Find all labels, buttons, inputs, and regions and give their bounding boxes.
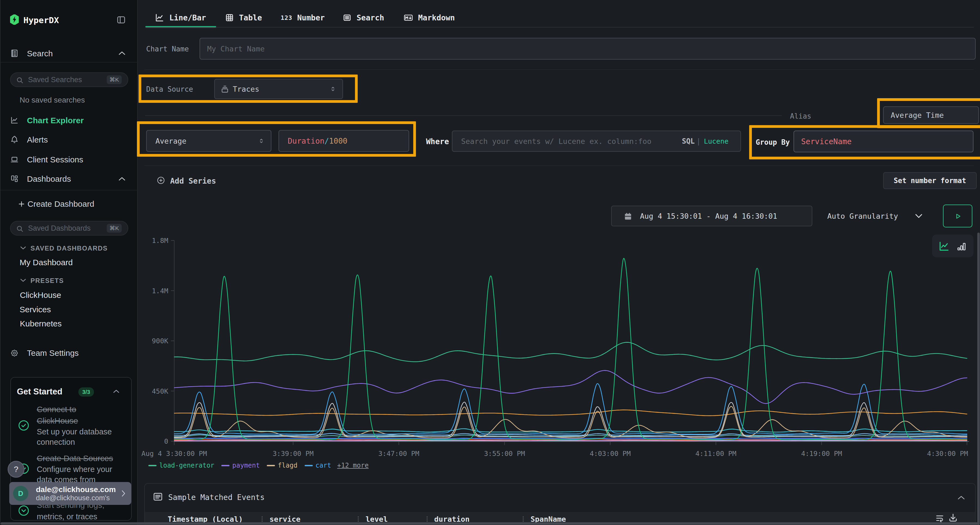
alias-label: Alias [790, 112, 811, 120]
data-source-value: Traces [233, 85, 259, 93]
svg-text:4:03:00 PM: 4:03:00 PM [590, 450, 631, 458]
chart-explorer-page: Line/Bar Table 123 Number Search Markdow… [138, 0, 980, 525]
search-list-icon [342, 13, 352, 22]
events-panel-title: Sample Matched Events [168, 493, 265, 502]
tab-line-bar[interactable]: Line/Bar [154, 11, 206, 24]
timeseries-chart[interactable]: 0450K900K1.4M1.8MAug 4 3:30:00 PM3:39:00… [138, 231, 980, 471]
svg-text:3:39:00 PM: 3:39:00 PM [273, 450, 314, 458]
svg-text:4:11:00 PM: 4:11:00 PM [695, 450, 737, 458]
number-123-icon: 123 [281, 14, 293, 21]
group-by-input[interactable]: ServiceName [794, 130, 974, 152]
svg-text:0: 0 [164, 438, 168, 445]
svg-text:450K: 450K [152, 387, 168, 395]
calendar-icon [624, 212, 633, 221]
lucene-toggle[interactable]: Lucene [704, 137, 729, 145]
time-range-value: Aug 4 15:30:01 - Aug 4 16:30:01 [640, 212, 777, 220]
legend-item[interactable]: load-generator [159, 462, 214, 469]
legend-dash [221, 465, 229, 466]
download-icon[interactable] [948, 512, 958, 523]
line-chart-icon [154, 13, 164, 22]
legend-item[interactable]: cart [315, 462, 331, 469]
group-by-label: Group By [756, 138, 790, 146]
user-org: dale@clickhouse.com's [36, 494, 116, 502]
legend-dash [267, 465, 275, 466]
legend-dash [148, 465, 156, 466]
user-email: dale@clickhouse.com [36, 485, 116, 494]
traces-source-icon [220, 85, 229, 94]
sql-lucene-divider: | [696, 137, 701, 145]
chart-legend: load-generator payment flagd cart +12 mo… [148, 461, 369, 470]
chart-type-toggle [932, 235, 974, 257]
alias-value: Average Time [891, 111, 944, 119]
avatar: D [13, 486, 28, 501]
expression-operator: / [325, 136, 329, 146]
chart-name-placeholder: My Chart Name [207, 44, 265, 53]
svg-text:3:55:00 PM: 3:55:00 PM [484, 450, 525, 458]
expression-value: 1000 [329, 136, 347, 146]
events-collapse-icon[interactable] [957, 495, 965, 501]
aggregation-select[interactable]: Average [146, 130, 271, 152]
where-input[interactable]: Search your events w/ Lucene ex. column:… [452, 130, 741, 152]
column-resize-handle[interactable] [261, 515, 263, 523]
svg-text:Aug 4 3:30:00 PM: Aug 4 3:30:00 PM [142, 450, 207, 458]
line-chart-toggle-icon[interactable] [938, 240, 950, 252]
tabbar-border [145, 27, 974, 27]
add-series-button[interactable]: Add Series [170, 176, 216, 186]
tab-number[interactable]: 123 Number [281, 11, 325, 24]
vertical-scrollbar[interactable] [977, 233, 980, 525]
aggregation-value: Average [156, 137, 186, 145]
user-menu[interactable]: D dale@clickhouse.com dale@clickhouse.co… [9, 482, 131, 505]
play-icon [954, 213, 962, 220]
legend-more-link[interactable]: +12 more [337, 462, 369, 469]
sql-toggle[interactable]: SQL [682, 137, 695, 145]
granularity-select[interactable]: Auto Granularity [827, 212, 898, 220]
svg-text:900K: 900K [152, 337, 168, 345]
expression-input[interactable]: Duration/1000 [278, 130, 409, 152]
tab-table[interactable]: Table [225, 11, 262, 24]
legend-item[interactable]: payment [232, 462, 260, 469]
help-question-mark: ? [14, 465, 19, 474]
select-updown-icon [329, 86, 336, 92]
expression-field: Duration [288, 136, 325, 146]
legend-item[interactable]: flagd [278, 462, 297, 469]
run-query-button[interactable] [943, 205, 972, 227]
legend-dash [305, 465, 313, 466]
data-source-label: Data Source [146, 85, 193, 93]
svg-text:4:19:00 PM: 4:19:00 PM [801, 450, 842, 458]
column-resize-handle[interactable] [522, 515, 524, 523]
svg-text:4:30:00 PM: 4:30:00 PM [927, 450, 968, 458]
where-placeholder: Search your events w/ Lucene ex. column:… [461, 137, 651, 146]
set-number-format-button[interactable]: Set number format [883, 172, 977, 189]
granularity-chevron-icon[interactable] [915, 213, 923, 219]
select-updown-icon [258, 137, 265, 144]
table-icon [225, 13, 234, 22]
add-series-plus-icon [157, 176, 165, 184]
time-range-picker[interactable]: Aug 4 15:30:01 - Aug 4 16:30:01 [611, 206, 812, 226]
help-button[interactable]: ? [8, 461, 24, 477]
group-by-value: ServiceName [801, 137, 851, 146]
chart-name-label: Chart Name [146, 45, 189, 53]
where-label: Where [426, 137, 449, 146]
svg-text:1.4M: 1.4M [152, 287, 168, 295]
wrap-text-icon[interactable] [935, 514, 944, 523]
column-resize-handle[interactable] [358, 515, 359, 523]
svg-text:3:47:00 PM: 3:47:00 PM [379, 450, 420, 458]
column-resize-handle[interactable] [426, 515, 428, 523]
events-list-icon [153, 491, 163, 502]
data-source-select[interactable]: Traces [214, 79, 343, 99]
bar-chart-toggle-icon[interactable] [956, 241, 967, 252]
tab-markdown[interactable]: Markdown [403, 11, 455, 24]
svg-text:1.8M: 1.8M [152, 237, 168, 244]
tab-search[interactable]: Search [342, 11, 384, 24]
chart-name-input[interactable]: My Chart Name [200, 38, 976, 60]
alias-input[interactable]: Average Time [883, 106, 979, 124]
markdown-icon [403, 13, 413, 22]
horizontal-scrollbar[interactable] [0, 522, 980, 525]
user-chevron-right-icon [120, 489, 126, 498]
